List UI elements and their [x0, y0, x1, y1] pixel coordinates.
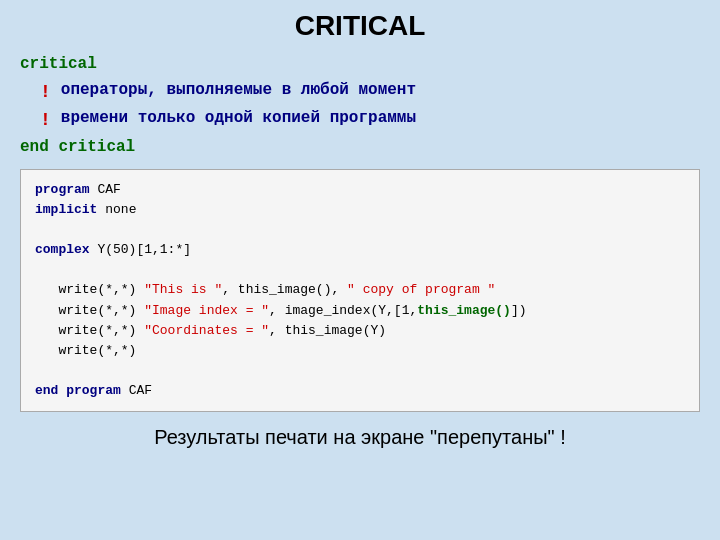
code-line-6 [35, 361, 685, 381]
critical-line1: ! операторы, выполняемые в любой момент [20, 78, 700, 107]
code-line-5 [35, 260, 685, 280]
code-block: program CAF implicit none complex Y(50)[… [20, 169, 700, 413]
code-line-4: complex Y(50)[1,1:*] [35, 240, 685, 260]
page-title: CRITICAL [20, 10, 700, 42]
code-write-4: write(*,*) [35, 341, 685, 361]
critical-block: critical ! операторы, выполняемые в любо… [20, 52, 700, 161]
code-write-1: write(*,*) "This is ", this_image(), " c… [35, 280, 685, 300]
code-write-2: write(*,*) "Image index = ", image_index… [35, 301, 685, 321]
critical-open: critical [20, 52, 700, 78]
code-line-1: program CAF [35, 180, 685, 200]
critical-line2: ! времени только одной копией программы [20, 106, 700, 135]
bottom-text: Результаты печати на экране "перепутаны"… [154, 426, 566, 449]
code-write-3: write(*,*) "Coordinates = ", this_image(… [35, 321, 685, 341]
critical-close: end critical [20, 135, 700, 161]
code-line-2: implicit none [35, 200, 685, 220]
code-line-3 [35, 220, 685, 240]
code-end: end program CAF [35, 381, 685, 401]
